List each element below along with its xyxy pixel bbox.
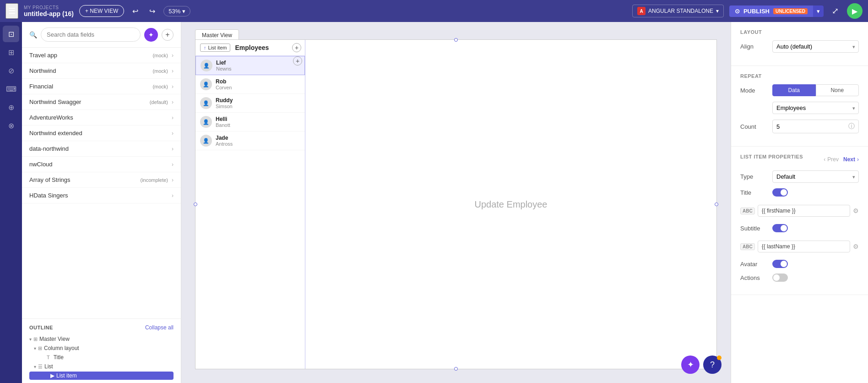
prev-label[interactable]: Prev bbox=[827, 156, 839, 163]
columns-icon: ⊞ bbox=[38, 345, 42, 351]
run-button[interactable]: ▶ bbox=[847, 3, 863, 19]
data-source-select-wrapper[interactable]: Employees bbox=[772, 102, 859, 114]
components-icon: ⊞ bbox=[8, 48, 14, 57]
list-panel: ↑ List item Employees + 👤 Lief Newns bbox=[195, 40, 305, 369]
mode-data-button[interactable]: Data bbox=[772, 84, 816, 96]
subtitle-label: Subtitle bbox=[740, 225, 772, 232]
avatar: 👤 bbox=[200, 135, 212, 147]
list-item-badge: ↑ List item bbox=[200, 44, 230, 52]
align-select-wrapper[interactable]: Auto (default) bbox=[772, 40, 859, 53]
lip-section-title: LIST ITEM PROPERTIES bbox=[740, 154, 803, 159]
components-icon-btn[interactable]: ⊞ bbox=[3, 44, 19, 60]
count-value[interactable]: 5 bbox=[776, 123, 846, 130]
ai-assistant-button[interactable]: ✦ bbox=[681, 356, 700, 374]
list-row[interactable]: 👤 Jade Antross bbox=[195, 131, 305, 150]
help-button[interactable]: ? bbox=[703, 356, 722, 374]
actions-label: Actions bbox=[740, 274, 772, 281]
mode-none-button[interactable]: None bbox=[816, 84, 859, 96]
next-label[interactable]: Next bbox=[843, 156, 855, 163]
title-toggle[interactable] bbox=[772, 188, 788, 197]
unlink-icon[interactable]: ⚙ bbox=[853, 207, 859, 214]
type-select-wrapper[interactable]: Default bbox=[772, 170, 859, 183]
lip-header: LIST ITEM PROPERTIES ‹ Prev Next › bbox=[740, 154, 859, 165]
ai-button[interactable]: ✦ bbox=[144, 28, 158, 42]
chevron-right-icon: › bbox=[172, 83, 174, 90]
share-button[interactable]: ⤢ bbox=[829, 4, 841, 18]
actions-toggle[interactable] bbox=[772, 274, 788, 282]
unlink-icon-subtitle[interactable]: ⚙ bbox=[853, 243, 859, 250]
add-list-item-button[interactable]: + bbox=[292, 43, 301, 52]
list-item[interactable]: nwCloud › bbox=[22, 157, 181, 172]
undo-button[interactable]: ↩ bbox=[130, 5, 141, 17]
layout-section-title: LAYOUT bbox=[740, 29, 859, 35]
plugins-icon: ⊗ bbox=[8, 121, 14, 130]
title-toggle-row: Title bbox=[740, 188, 859, 197]
subtitle-field[interactable] bbox=[758, 241, 850, 252]
list-item[interactable]: Northwind (mock) › bbox=[22, 63, 181, 79]
list-item[interactable]: AdventureWorks › bbox=[22, 110, 181, 126]
plugins-icon-btn[interactable]: ⊗ bbox=[3, 117, 19, 134]
menu-button[interactable]: ☰ bbox=[5, 3, 18, 19]
outline-node-list[interactable]: ▾ ☰ List bbox=[29, 362, 174, 371]
title-field-row: ABC ⚙ bbox=[740, 202, 859, 219]
new-view-button[interactable]: + NEW VIEW bbox=[79, 5, 124, 17]
list-item[interactable]: HData Singers › bbox=[22, 188, 181, 203]
list-row[interactable]: 👤 Ruddy Simson bbox=[195, 94, 305, 113]
collapse-all-button[interactable]: Collapse all bbox=[145, 324, 174, 331]
info-icon[interactable]: ⓘ bbox=[848, 122, 855, 131]
add-row-button[interactable]: + bbox=[293, 56, 302, 66]
zoom-control[interactable]: 53% ▾ bbox=[163, 6, 190, 16]
list-row[interactable]: 👤 Helli Banott bbox=[195, 113, 305, 131]
abc-badge-subtitle: ABC bbox=[740, 243, 755, 250]
outline-node-title[interactable]: T Title bbox=[29, 353, 174, 362]
avatar-toggle[interactable] bbox=[772, 260, 788, 268]
interactions-icon-btn[interactable]: ⊕ bbox=[3, 99, 19, 115]
interactions-icon: ⊕ bbox=[8, 103, 14, 112]
left-sidebar: 🔍 ✦ + Travel app (mock) › Northwind (moc… bbox=[22, 22, 181, 383]
formula-icon-btn[interactable]: ⌨ bbox=[3, 81, 19, 97]
outline-list-item-label: List item bbox=[56, 372, 77, 379]
data-source-select[interactable]: Employees bbox=[772, 102, 859, 114]
redo-button[interactable]: ↪ bbox=[146, 5, 158, 17]
mode-row: Mode Data None bbox=[740, 84, 859, 96]
subtitle-toggle[interactable] bbox=[772, 224, 788, 232]
list-row[interactable]: 👤 Lief Newns bbox=[195, 56, 305, 75]
outline-section: OUTLINE Collapse all ▾ ⊞ Master View ▾ ⊞… bbox=[22, 318, 181, 383]
outline-node-master-view[interactable]: ▾ ⊞ Master View bbox=[29, 334, 174, 344]
chevron-right-icon: › bbox=[172, 130, 174, 137]
align-select[interactable]: Auto (default) bbox=[772, 40, 859, 53]
add-datasource-button[interactable]: + bbox=[162, 29, 174, 41]
layers-icon-btn[interactable]: ⊡ bbox=[3, 26, 19, 42]
actions-toggle-row: Actions bbox=[740, 274, 859, 282]
align-row: Align Auto (default) bbox=[740, 40, 859, 53]
list-item[interactable]: Financial (mock) › bbox=[22, 79, 181, 94]
data-icon-btn[interactable]: ⊘ bbox=[3, 62, 19, 79]
abc-badge-title: ABC bbox=[740, 208, 755, 214]
publish-button[interactable]: ⊙ PUBLISH UNLICENSED bbox=[729, 5, 813, 17]
chevron-left-icon: ‹ bbox=[824, 156, 825, 163]
publish-caret-button[interactable]: ▾ bbox=[813, 5, 824, 17]
outline-node-column-layout[interactable]: ▾ ⊞ Column layout bbox=[29, 344, 174, 353]
type-label: Type bbox=[740, 173, 772, 180]
avatar: 👤 bbox=[200, 97, 212, 109]
type-select[interactable]: Default bbox=[772, 170, 859, 183]
list-item-icon: ▶ bbox=[50, 372, 54, 379]
help-icon: ? bbox=[710, 360, 715, 370]
avatar: 👤 bbox=[200, 116, 212, 128]
title-field[interactable] bbox=[758, 205, 850, 217]
framework-selector[interactable]: A ANGULAR STANDALONE ▾ bbox=[632, 5, 724, 17]
grid-icon: ⊞ bbox=[33, 336, 38, 342]
repeat-section-title: REPEAT bbox=[740, 73, 859, 79]
outline-node-list-item[interactable]: ▶ List item bbox=[29, 372, 174, 380]
search-input[interactable] bbox=[41, 27, 141, 42]
list-item[interactable]: Northwind extended › bbox=[22, 126, 181, 141]
list-item[interactable]: data-northwind › bbox=[22, 141, 181, 157]
list-title: Employees bbox=[235, 44, 269, 51]
chevron-right-icon: › bbox=[172, 115, 174, 121]
list-row[interactable]: 👤 Rob Corven bbox=[195, 75, 305, 94]
text-icon: T bbox=[47, 355, 50, 360]
canvas-frame: ↑ List item Employees + 👤 Lief Newns bbox=[195, 39, 717, 369]
list-item[interactable]: Travel app (mock) › bbox=[22, 48, 181, 63]
list-item[interactable]: Northwind Swagger (default) › bbox=[22, 94, 181, 110]
list-item[interactable]: Array of Strings (incomplete) › bbox=[22, 172, 181, 188]
